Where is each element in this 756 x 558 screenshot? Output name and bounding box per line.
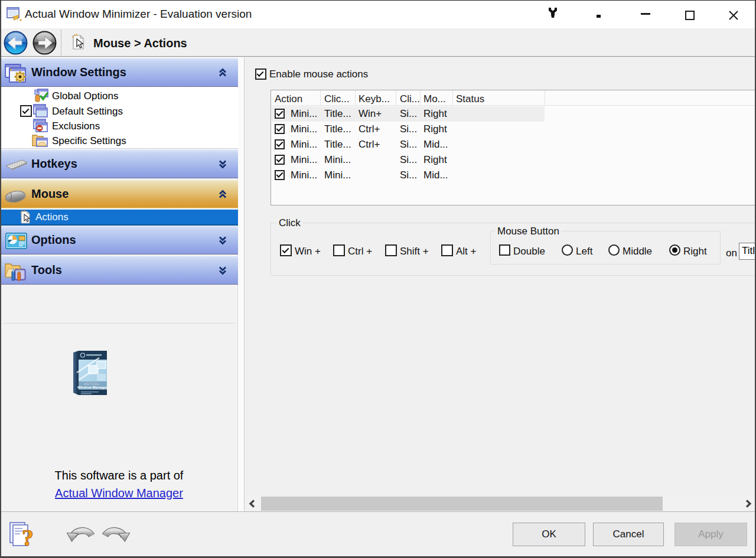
svg-text:?: ?: [22, 524, 34, 549]
svg-text:Window Manager: Window Manager: [77, 385, 107, 389]
